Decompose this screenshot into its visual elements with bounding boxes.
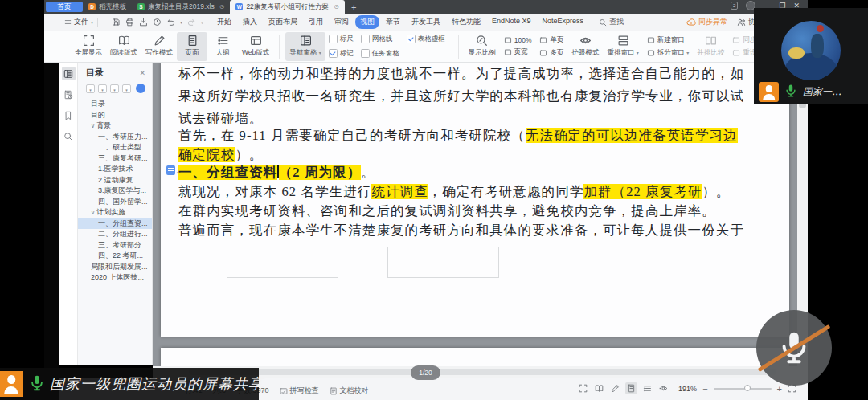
status-文档校对[interactable]: 文档校对 — [330, 386, 369, 396]
toc-item-二、分组进行...[interactable]: 二、分组进行... — [78, 229, 152, 240]
ribbon-button-多页[interactable]: 多页 — [539, 48, 563, 58]
ribbon-button-全屏显示[interactable]: 全屏显示 — [71, 32, 106, 61]
menu-审阅[interactable]: 审阅 — [330, 15, 354, 29]
undo-icon[interactable] — [166, 18, 175, 27]
chevron-down-icon[interactable]: ∨ — [91, 123, 95, 129]
print-icon[interactable] — [125, 18, 134, 27]
toc-expand-button-1[interactable]: ▾ — [86, 84, 95, 93]
menu-章节[interactable]: 章节 — [381, 15, 405, 29]
checkbox-box[interactable] — [361, 35, 370, 43]
nav-pane-close-icon[interactable]: ✕ — [139, 69, 145, 77]
bookmark-icon[interactable] — [62, 108, 76, 122]
toc-expand-button-3[interactable]: ▾ — [110, 84, 119, 93]
statusbar-read-mode-icon[interactable] — [593, 382, 605, 394]
tab-spreadsheet[interactable]: S 康复招生目录2019.xls ⊙ — [132, 0, 230, 14]
checkbox-box[interactable] — [407, 35, 416, 43]
nav-settings-button[interactable] — [136, 84, 145, 93]
home-tab-button[interactable]: 首页 — [46, 2, 83, 12]
checkbox-box[interactable] — [329, 49, 338, 58]
status-拼写检查[interactable]: 拼写检查 — [280, 386, 319, 396]
toc-item-2.运动康复[interactable]: 2.运动康复 — [78, 175, 152, 186]
sync-status-button[interactable]: 同步异常 — [686, 17, 727, 27]
menu-特色功能[interactable]: 特色功能 — [447, 15, 485, 29]
export-icon[interactable] — [139, 18, 148, 27]
ribbon-button-页宽[interactable]: 页宽 — [504, 47, 532, 57]
ribbon-button-显示比例[interactable]: 显示比例 — [465, 32, 500, 61]
tab-close-icon[interactable]: ⊙ — [334, 3, 339, 10]
menu-EndNote X9[interactable]: EndNote X9 — [487, 15, 536, 29]
toc-item-三、康复考研...[interactable]: 三、康复考研... — [78, 153, 152, 165]
checkbox-表格虚框[interactable]: 表格虚框 — [407, 32, 445, 47]
checkbox-box[interactable] — [329, 35, 338, 43]
statusbar-outline-icon[interactable] — [641, 382, 653, 394]
tab-active-document[interactable]: W 22康复考研小组可行性方案 ⊙ — [230, 0, 345, 14]
save-icon[interactable] — [112, 18, 121, 27]
customize-toolbar-icon[interactable]: ▿ — [201, 19, 203, 25]
ribbon-button-页面[interactable]: 页面 — [177, 32, 207, 61]
zoom-slider[interactable] — [714, 388, 772, 390]
history-icon[interactable] — [153, 18, 162, 27]
toc-item-一、考研压力...[interactable]: 一、考研压力... — [78, 132, 152, 143]
menu-插入[interactable]: 插入 — [238, 15, 262, 29]
horizontal-scrollbar-thumb[interactable] — [189, 369, 776, 375]
search-icon[interactable] — [62, 129, 76, 143]
ribbon-button-Web版式[interactable]: Web版式 — [238, 32, 273, 61]
toc-pane-icon[interactable] — [62, 67, 76, 80]
skin-icon[interactable]: 2 — [731, 2, 738, 10]
document-page[interactable]: ▾ 标不一样，你的动力和坚持的力度也就不一样。为了提高成功率，选择适合自己能力的… — [161, 63, 789, 337]
toc-item-2020 上体医技...[interactable]: 2020 上体医技... — [78, 272, 152, 284]
toc-item-四、国外留学...[interactable]: 四、国外留学... — [78, 197, 152, 208]
statusbar-write-mode-icon[interactable] — [609, 382, 621, 394]
ribbon-button-大纲[interactable]: 大纲 — [207, 32, 238, 61]
next-page-top[interactable] — [161, 348, 789, 366]
toc-item-局限和后期发展...[interactable]: 局限和后期发展... — [78, 262, 152, 273]
tab-docer-templates[interactable]: D 稻壳模板 — [83, 0, 132, 14]
history-icon[interactable] — [62, 88, 76, 101]
empty-table-cell[interactable] — [387, 247, 499, 278]
toc-item-1.医学技术[interactable]: 1.医学技术 — [78, 164, 152, 175]
checkbox-任务窗格[interactable]: 任务窗格 — [361, 47, 399, 61]
toc-item-3.康复医学与...[interactable]: 3.康复医学与... — [78, 186, 152, 197]
toc-item-计划实施[interactable]: ∨计划实施 — [78, 207, 152, 218]
new-tab-button[interactable]: + — [351, 2, 356, 12]
file-menu[interactable]: 文件 ▾ — [64, 17, 93, 27]
toc-expand-button-2[interactable]: ▾ — [98, 84, 107, 93]
ribbon-button-新建窗口[interactable]: 新建窗口 — [647, 35, 689, 45]
ribbon-button-100%[interactable]: 100% — [504, 36, 532, 44]
ribbon-button-拆分窗口[interactable]: 拆分窗口 ▾ — [647, 48, 689, 58]
toc-item-目录[interactable]: 目录 — [78, 99, 152, 110]
checkbox-网格线[interactable]: 网格线 — [361, 32, 399, 47]
zoom-out-button[interactable]: − — [702, 385, 707, 393]
statusbar-eye-protect-icon[interactable] — [657, 382, 669, 394]
menu-开发工具[interactable]: 开发工具 — [407, 15, 445, 29]
ribbon-button-单页[interactable]: 单页 — [539, 35, 563, 45]
chevron-down-icon[interactable]: ∨ — [91, 210, 95, 215]
undo-dropdown-icon[interactable]: ▾ — [180, 19, 182, 25]
statusbar-page-mode-icon[interactable] — [625, 382, 637, 394]
toc-expand-button-4[interactable]: ▾ — [122, 84, 131, 93]
checkbox-box[interactable] — [361, 49, 370, 58]
menu-页面布局[interactable]: 页面布局 — [264, 15, 302, 29]
redo-icon[interactable] — [187, 18, 196, 27]
toc-item-二、硕士类型[interactable]: 二、硕士类型 — [78, 142, 152, 153]
paragraph-marker-icon[interactable] — [166, 165, 175, 175]
menu-开始[interactable]: 开始 — [212, 15, 236, 29]
ribbon-button-重排窗口[interactable]: 重排窗口 ▾ — [603, 32, 642, 61]
checkbox-标尺[interactable]: 标尺 — [329, 32, 354, 47]
menu-NoteExpress[interactable]: NoteExpress — [538, 15, 589, 29]
checkbox-标记[interactable]: 标记 — [329, 47, 354, 61]
ribbon-button-导航窗格[interactable]: 导航窗格 ▾ — [285, 32, 325, 61]
ribbon-button-阅读版式[interactable]: 阅读版式 — [106, 32, 141, 61]
toc-item-目的[interactable]: 目的 — [78, 110, 152, 121]
toc-item-三、考研部分...[interactable]: 三、考研部分... — [78, 240, 152, 251]
zoom-slider-knob[interactable] — [744, 385, 751, 391]
menu-视图[interactable]: 视图 — [355, 15, 379, 29]
toc-item-背景[interactable]: ∨背景 — [78, 120, 152, 132]
ribbon-button-护眼模式[interactable]: 护眼模式 — [567, 32, 603, 61]
tab-close-icon[interactable]: ⊙ — [219, 3, 225, 10]
find-button[interactable]: 查找 — [599, 17, 624, 27]
empty-table-cell[interactable] — [227, 247, 338, 278]
statusbar-fullscreen-icon[interactable] — [577, 382, 589, 394]
menu-引用[interactable]: 引用 — [304, 15, 328, 29]
mute-microphone-button[interactable] — [756, 310, 832, 386]
